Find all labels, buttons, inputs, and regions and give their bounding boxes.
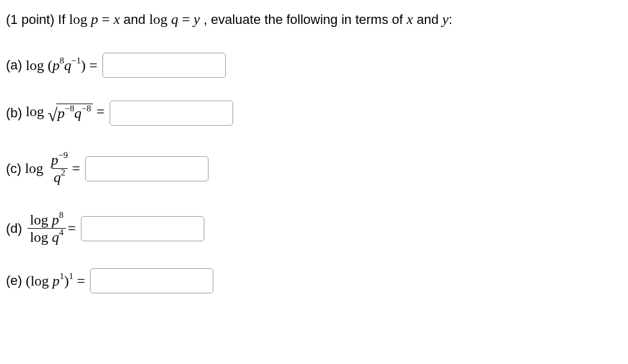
part-b-p-exp: −8	[65, 104, 74, 113]
part-c-label: (c)	[6, 161, 22, 177]
part-b-q: q	[74, 105, 81, 121]
part-d-input[interactable]	[81, 216, 204, 241]
intro-x2: x	[407, 11, 413, 27]
part-a-input[interactable]	[102, 53, 226, 78]
intro-if: If	[58, 12, 65, 27]
intro-tail: , evaluate the following in terms of	[204, 12, 407, 27]
part-a-label: (a)	[6, 57, 22, 73]
part-a-p: p	[53, 57, 60, 73]
part-d-den-log: log	[30, 229, 52, 245]
part-c-den-q: q	[54, 169, 61, 185]
intro-y2: y	[442, 11, 449, 27]
part-e-outer-exp: 1	[69, 271, 74, 281]
part-d-num-exp: 8	[59, 210, 64, 220]
intro-y: y	[194, 11, 200, 27]
part-b-q-exp: −8	[81, 104, 91, 113]
part-a-log: log	[26, 57, 48, 73]
intro-q: q	[171, 11, 179, 27]
part-e-p: p	[53, 273, 60, 289]
intro-log-p: log	[69, 11, 91, 27]
part-d-num-log: log	[30, 212, 52, 228]
part-d: (d) log p8 log q4 =	[6, 207, 622, 250]
intro-and: and	[123, 12, 149, 27]
part-e-open: (	[26, 273, 31, 289]
part-d-den-q: q	[52, 229, 59, 245]
part-a-close: ) =	[81, 57, 98, 73]
part-c-num-exp: −9	[58, 150, 68, 160]
part-a-p-exp: 8	[60, 56, 65, 65]
part-c-num-p: p	[51, 152, 58, 168]
intro-eq2: =	[179, 11, 194, 27]
part-b: (b) log √p−8q−8 =	[6, 99, 622, 127]
part-c-input[interactable]	[85, 156, 209, 181]
intro-colon: :	[449, 12, 452, 27]
part-a-q: q	[64, 57, 71, 73]
part-e-log: log	[31, 273, 53, 289]
part-b-equals: =	[93, 104, 105, 119]
intro-p: p	[91, 11, 98, 27]
part-b-label: (b)	[6, 105, 22, 121]
problem-intro: (1 point) If log p = x and log q = y , e…	[6, 10, 622, 30]
part-a: (a) log (p8q−1) =	[6, 51, 622, 79]
part-e-close: )	[64, 273, 69, 289]
part-a-open: (	[48, 57, 53, 73]
part-e: (e) (log p1)1 =	[6, 267, 622, 295]
part-d-den-exp: 4	[59, 228, 64, 237]
part-c-equals: =	[72, 160, 80, 177]
intro-eq1: =	[98, 11, 114, 27]
part-e-equals: =	[74, 273, 86, 289]
part-b-input[interactable]	[110, 101, 233, 126]
part-b-p: p	[58, 105, 65, 121]
part-d-label: (d)	[6, 221, 22, 236]
intro-and2: and	[413, 12, 442, 27]
part-c-log: log	[25, 160, 47, 177]
part-e-input[interactable]	[90, 268, 213, 293]
intro-x: x	[113, 11, 120, 27]
part-d-num-p: p	[52, 212, 59, 228]
part-a-q-exp: −1	[71, 56, 81, 65]
points-label: (1 point)	[6, 12, 58, 27]
intro-log-q: log	[149, 11, 171, 27]
part-c-den-exp: 2	[61, 168, 66, 177]
part-e-inner-exp: 1	[60, 271, 65, 281]
part-e-label: (e)	[6, 273, 22, 289]
part-c: (c) log p−9 q2 =	[6, 147, 622, 190]
part-b-log: log	[26, 104, 48, 119]
part-d-equals: =	[68, 220, 76, 236]
